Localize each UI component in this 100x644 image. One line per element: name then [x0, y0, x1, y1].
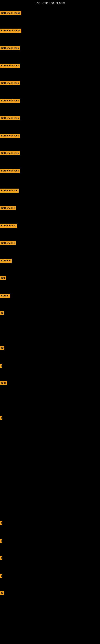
list-item: Bottleneck resu: [0, 81, 20, 85]
bottleneck-badge: Bottlene: [0, 258, 12, 263]
bottleneck-badge: Bottleneck res: [0, 188, 19, 192]
list-item: B: [0, 574, 2, 578]
list-item: E: [0, 556, 2, 560]
list-item: Bo: [0, 346, 4, 350]
list-item: Bottleneck result: [0, 28, 21, 32]
list-item: Bott: [0, 381, 7, 385]
list-item: Bottleneck resu: [0, 46, 20, 50]
list-item: |: [0, 539, 2, 543]
list-item: Bottleneck resu: [0, 134, 20, 138]
bottleneck-badge: |: [0, 539, 2, 543]
bottleneck-badge: Bottleneck resu: [0, 151, 20, 155]
list-item: Bottleneck res: [0, 188, 19, 192]
list-item: Bottleneck resu: [0, 98, 20, 103]
list-item: Bottleneck resu: [0, 64, 20, 68]
bottleneck-badge: Bottleneck resu: [0, 64, 20, 68]
list-item: Bottlene: [0, 258, 12, 263]
list-item: |: [0, 364, 2, 368]
list-item: Bottleneck r: [0, 241, 16, 245]
bottleneck-badge: |: [0, 364, 2, 368]
bottleneck-badge: E: [0, 416, 2, 420]
bottleneck-badge: B: [0, 574, 2, 578]
list-item: F: [0, 521, 2, 525]
bottleneck-badge: Bottleneck resu: [0, 134, 20, 138]
bottleneck-badge: Bottlen: [0, 294, 10, 298]
bottleneck-badge: Bottleneck resu: [0, 81, 20, 85]
list-item: B: [0, 311, 3, 315]
bottleneck-badge: Bottleneck r: [0, 206, 16, 210]
bottleneck-badge: Bottleneck result: [0, 28, 21, 32]
bottleneck-badge: Bot: [0, 276, 6, 280]
list-item: E: [0, 416, 2, 420]
bottleneck-badge: Bott: [0, 381, 7, 385]
site-title: TheBottlenecker.com: [0, 0, 100, 6]
bottleneck-badge: Bo: [0, 346, 4, 350]
list-item: Bottleneck resu: [0, 169, 20, 173]
list-item: Bottleneck r: [0, 206, 16, 210]
list-item: Bot: [0, 276, 6, 280]
bottleneck-badge: B: [0, 311, 3, 315]
bottleneck-badge: Bottleneck r: [0, 241, 16, 245]
list-item: Bottleneck resu: [0, 116, 20, 120]
bottleneck-badge: E: [0, 556, 2, 560]
list-item: Bottleneck re: [0, 224, 17, 228]
bottleneck-badge: F: [0, 521, 2, 525]
bottleneck-badge: Bottleneck re: [0, 224, 17, 228]
bottleneck-badge: Bottleneck resu: [0, 98, 20, 103]
list-item: Bottleneck result: [0, 11, 21, 15]
list-item: Bottleneck resu: [0, 151, 20, 155]
bottleneck-badge: Bottleneck result: [0, 11, 21, 15]
list-item: Bottlen: [0, 294, 10, 298]
bottleneck-badge: Bottleneck resu: [0, 169, 20, 173]
bottleneck-badge: Bottleneck resu: [0, 46, 20, 50]
bottleneck-badge: Bo: [0, 591, 4, 595]
list-item: Bo: [0, 591, 4, 595]
bottleneck-badge: Bottleneck resu: [0, 116, 20, 120]
